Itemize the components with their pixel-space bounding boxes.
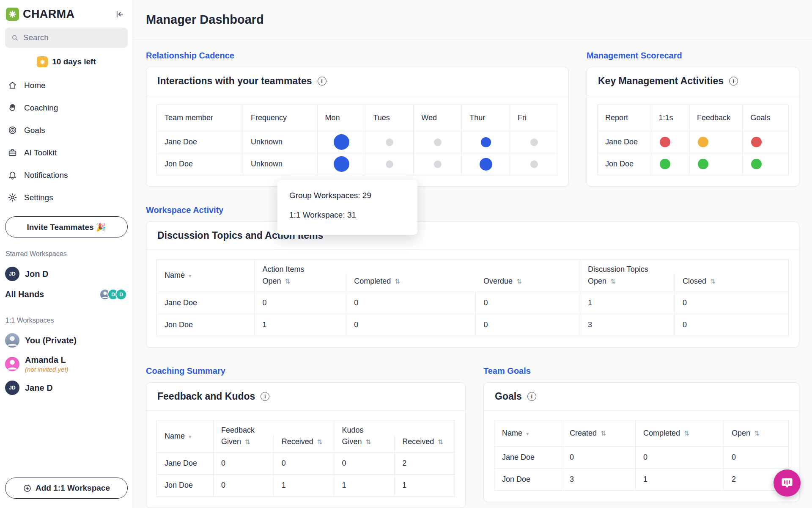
nav-label: Settings (24, 193, 53, 202)
card-title: Feedback and Kudos (157, 391, 255, 402)
sidebar-collapse-button[interactable] (113, 8, 126, 21)
info-icon[interactable] (527, 392, 536, 401)
col-report: Report (598, 105, 651, 131)
col-completed-sortable[interactable]: Completed (636, 420, 724, 446)
chat-button[interactable] (774, 469, 801, 497)
scorecard-table: Report 1:1s Feedback Goals Jane Doe (597, 105, 789, 175)
section-link-relationship-cadence[interactable]: Relationship Cadence (146, 51, 234, 61)
target-icon (8, 125, 17, 135)
brand-name: CHARMA (23, 8, 74, 21)
sidebar-item-goals[interactable]: Goals (0, 119, 133, 141)
cell-value: 0 (562, 446, 636, 468)
sidebar-item-notifications[interactable]: Notifications (0, 164, 133, 186)
col-ai-overdue-sortable[interactable]: Overdue (476, 274, 580, 292)
sidebar-item-ai-toolkit[interactable]: AI Toolkit (0, 141, 133, 164)
sidebar-item-settings[interactable]: Settings (0, 186, 133, 209)
info-icon[interactable] (261, 392, 269, 401)
table-row: Jon Doe 1 0 0 3 0 (157, 314, 789, 336)
cell-value: 1 (334, 475, 395, 497)
workspace-item-all-hands[interactable]: All Hands D D (0, 285, 133, 304)
col-kudos-received-sortable[interactable]: Received (395, 435, 455, 453)
workspace-item-you-private[interactable]: You (Private) (0, 329, 133, 351)
info-icon[interactable] (729, 77, 738, 86)
col-ai-completed-sortable[interactable]: Completed (346, 274, 476, 292)
add-workspace-button[interactable]: Add 1:1 Workspace (5, 478, 128, 499)
starred-workspaces-label: Starred Workspaces (0, 237, 133, 263)
cell-value: 0 (274, 453, 334, 475)
cell-name: Jane Doe (598, 131, 651, 153)
interactions-table: Team member Frequency Mon Tues Wed Thur … (156, 105, 558, 175)
cell-value: 0 (346, 314, 476, 336)
workspace-item-jon-d[interactable]: JD Jon D (0, 263, 133, 285)
sort-caret-icon (189, 273, 192, 279)
table-header-row: Name Feedback Kudos (157, 420, 455, 435)
table-row: Jane Doe 0 0 0 2 (157, 453, 455, 475)
search-input[interactable] (23, 33, 122, 42)
status-dot (660, 159, 670, 169)
invite-teammates-label: Invite Teammates 🎉 (27, 222, 106, 232)
table-row: Jon Doe 3 1 2 (494, 468, 789, 490)
cell-name: Jane Doe (157, 131, 243, 153)
sidebar-item-home[interactable]: Home (0, 74, 133, 97)
card-title: Goals (495, 391, 522, 402)
col-goals: Goals (743, 105, 789, 131)
col-created-sortable[interactable]: Created (562, 420, 636, 446)
table-header-row: Report 1:1s Feedback Goals (598, 105, 789, 131)
section-link-coaching-summary[interactable]: Coaching Summary (146, 366, 225, 376)
col-ai-open-sortable[interactable]: Open (255, 274, 346, 292)
page-title: Manager Dashboard (146, 13, 264, 27)
tooltip-line-group-workspaces: Group Workspaces: 29 (289, 190, 406, 201)
table-header-row: Name Action Items Discussion Topics (157, 260, 789, 274)
col-kudos-given-sortable[interactable]: Given (334, 435, 395, 453)
interaction-dot (530, 160, 538, 168)
sort-icon (365, 438, 371, 445)
col-fb-given-sortable[interactable]: Given (213, 435, 274, 453)
search-bar (5, 28, 128, 48)
cell-name: Jane Doe (494, 446, 562, 468)
one-on-one-workspaces-label: 1:1 Workspaces (0, 304, 133, 329)
col-1-1s: 1:1s (651, 105, 689, 131)
feedback-kudos-card: Feedback and Kudos Name Feedback (146, 382, 466, 508)
cell-value: 0 (476, 314, 580, 336)
cell-name: Jon Doe (494, 468, 562, 490)
col-dt-open-sortable[interactable]: Open (580, 274, 675, 292)
plus-circle-icon (23, 484, 32, 493)
scorecard-card: Key Management Activities Report 1:1s Fe… (587, 67, 799, 187)
charma-star-icon (6, 8, 19, 21)
col-name-sortable[interactable]: Name (157, 260, 255, 292)
brand-logo: CHARMA (6, 8, 74, 21)
add-workspace-label: Add 1:1 Workspace (36, 483, 110, 493)
cell-value: 1 (255, 314, 346, 336)
sort-caret-icon (526, 431, 529, 437)
card-title: Key Management Activities (598, 75, 724, 87)
status-dot (698, 137, 708, 147)
info-icon[interactable] (318, 77, 326, 86)
workspace-activity-card: Discussion Topics and Action Items Name … (146, 221, 799, 348)
sort-icon (317, 438, 323, 445)
avatar (5, 333, 19, 348)
cell-value: 0 (255, 292, 346, 314)
col-name-sortable[interactable]: Name (494, 420, 562, 446)
col-frequency: Frequency (243, 105, 318, 131)
workspace-item-jane-d[interactable]: JD Jane D (0, 377, 133, 399)
workspace-item-amanda-l[interactable]: Amanda L (not invited yet) (0, 351, 133, 377)
col-fb-received-sortable[interactable]: Received (274, 435, 334, 453)
col-open-sortable[interactable]: Open (724, 420, 788, 446)
cell-name: Jon Doe (157, 153, 243, 175)
cell-value: 2 (395, 453, 455, 475)
section-link-team-goals[interactable]: Team Goals (483, 366, 531, 376)
table-row: Jon Doe (598, 153, 789, 175)
main-content: Manager Dashboard Relationship Cadence I… (133, 0, 812, 508)
status-dot (660, 137, 670, 147)
interaction-dot (480, 158, 492, 171)
cell-value: 1 (395, 475, 455, 497)
sidebar-item-coaching[interactable]: Coaching (0, 97, 133, 119)
col-thur: Thur (462, 105, 510, 131)
col-dt-closed-sortable[interactable]: Closed (675, 274, 789, 292)
invite-teammates-button[interactable]: Invite Teammates 🎉 (5, 216, 128, 237)
section-link-management-scorecard[interactable]: Management Scorecard (587, 51, 682, 61)
col-name-sortable[interactable]: Name (157, 420, 214, 453)
section-link-workspace-activity[interactable]: Workspace Activity (146, 205, 223, 215)
goals-table: Name Created Completed Open Jane Doe (494, 420, 789, 491)
avatar: JD (5, 381, 19, 395)
